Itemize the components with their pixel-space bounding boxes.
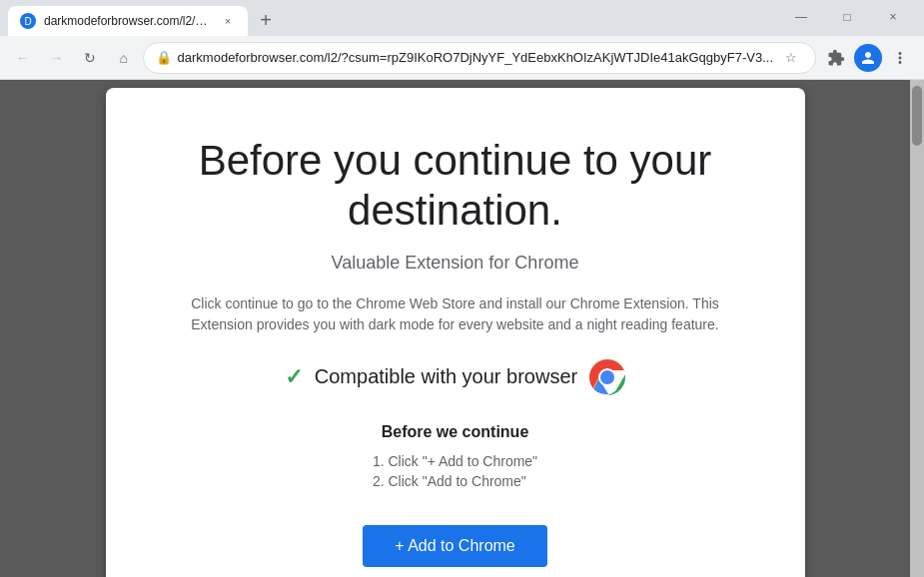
menu-button[interactable] [884, 42, 916, 74]
before-continue-title: Before we continue [154, 423, 757, 441]
profile-button[interactable] [854, 44, 882, 72]
close-button[interactable]: × [870, 2, 916, 32]
tab-title: darkmodeforbrowser.com/l2/?... [44, 14, 212, 28]
lock-icon: 🔒 [156, 50, 172, 65]
window-controls: — □ × [778, 2, 924, 36]
refresh-button[interactable]: ↻ [75, 42, 105, 74]
add-to-chrome-wrapper: + Add to Chrome [154, 525, 757, 577]
description: Click continue to go to the Chrome Web S… [166, 293, 745, 335]
star-icon[interactable]: ☆ [779, 46, 803, 70]
browser-body: Before you continue to your destination.… [0, 80, 924, 577]
checkmark-icon: ✓ [285, 364, 303, 390]
page-content: Before you continue to your destination.… [0, 80, 910, 577]
sub-heading: Valuable Extension for Chrome [154, 253, 757, 274]
svg-text:D: D [24, 16, 31, 27]
scrollbar[interactable] [910, 80, 924, 577]
url-bar[interactable]: 🔒 darkmodeforbrowser.com/l2/?csum=rpZ9IK… [143, 42, 816, 74]
compatible-text: Compatible with your browser [315, 365, 577, 388]
toolbar-right [820, 42, 916, 74]
main-heading: Before you continue to your destination. [154, 136, 757, 237]
active-tab[interactable]: D darkmodeforbrowser.com/l2/?... × [8, 6, 248, 36]
tab-favicon: D [20, 13, 36, 29]
steps-list: 1. Click "+ Add to Chrome" 2. Click "Add… [373, 453, 537, 493]
back-button[interactable]: ← [8, 42, 38, 74]
forward-button[interactable]: → [42, 42, 72, 74]
extensions-button[interactable] [820, 42, 852, 74]
url-action-icons: ☆ [779, 46, 803, 70]
home-button[interactable]: ⌂ [109, 42, 139, 74]
modal-card: Before you continue to your destination.… [106, 88, 805, 577]
address-bar: ← → ↻ ⌂ 🔒 darkmodeforbrowser.com/l2/?csu… [0, 36, 924, 80]
svg-point-3 [600, 370, 614, 384]
chrome-logo-icon [589, 359, 625, 395]
title-bar: D darkmodeforbrowser.com/l2/?... × + — □… [0, 0, 924, 36]
new-tab-button[interactable]: + [252, 6, 280, 34]
maximize-button[interactable]: □ [824, 2, 870, 32]
scrollbar-thumb[interactable] [912, 86, 922, 146]
tab-close-button[interactable]: × [220, 13, 236, 29]
minimize-button[interactable]: — [778, 2, 824, 32]
step-2: 2. Click "Add to Chrome" [373, 473, 537, 489]
url-text: darkmodeforbrowser.com/l2/?csum=rpZ9IKoR… [178, 50, 773, 65]
compatible-row: ✓ Compatible with your browser [154, 359, 757, 395]
add-to-chrome-button[interactable]: + Add to Chrome [363, 525, 547, 567]
step-1: 1. Click "+ Add to Chrome" [373, 453, 537, 469]
